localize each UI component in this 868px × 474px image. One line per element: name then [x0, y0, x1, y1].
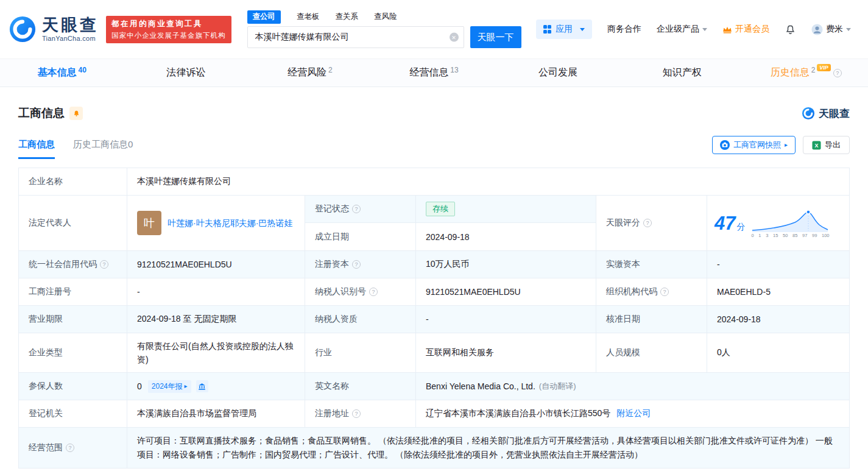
chevron-down-icon — [846, 28, 851, 31]
tianyan-score[interactable]: 47分 01 315 5085 9799 100 — [707, 196, 849, 250]
subtab-business-info[interactable]: 工商信息 — [18, 139, 55, 159]
reg-authority-value: 本溪满族自治县市场监督管理局 — [127, 400, 305, 427]
reg-address-label: 注册地址 ? — [305, 400, 416, 427]
search-area: 查公司 查老板 查关系 查风险 ✕ 天眼一下 — [247, 10, 521, 48]
chevron-down-icon — [580, 28, 585, 31]
help-icon[interactable]: ? — [352, 205, 361, 213]
nav-enterprise-products[interactable]: 企业级产品 — [657, 24, 707, 35]
annual-report-badge[interactable]: 2024年报 ▸ — [148, 380, 191, 393]
help-icon[interactable]: ? — [643, 219, 652, 227]
table-row: 登记状态 ? 存续 — [305, 196, 596, 223]
user-avatar-icon — [811, 24, 823, 35]
tab-company-development[interactable]: 公司发展 — [496, 59, 620, 87]
tax-id-label: 纳税人识别号 ? — [305, 278, 416, 305]
top-header: 天眼查 TianYanCha.com 都在用的商业查询工具 国家中小企业发展子基… — [0, 0, 868, 58]
tab-intellectual-property[interactable]: 知识产权 — [620, 59, 744, 87]
search-tab-company[interactable]: 查公司 — [247, 10, 281, 24]
company-section-tabs: 基本信息 40 法律诉讼 经营风险 2 经营信息 13 公司发展 知识产权 历史… — [0, 58, 868, 87]
excel-icon: X — [812, 141, 821, 150]
credit-code-value: 91210521MAE0EHLD5U — [127, 251, 305, 278]
search-tab-boss[interactable]: 查老板 — [297, 12, 320, 22]
industry-label: 行业 — [305, 333, 416, 372]
table-row: 法定代表人 叶 叶莲娜·叶夫格尼耶夫娜·巴热诺娃 登记状态 ? 存续 — [19, 196, 849, 251]
business-term-value: 2024-09-18 至 无固定期限 — [127, 306, 305, 333]
approve-date-value: 2024-09-18 — [707, 306, 849, 333]
insured-count-label: 参保人数 — [19, 373, 127, 400]
notification-bell-icon[interactable] — [785, 24, 796, 35]
establish-date-label: 成立日期 — [305, 223, 416, 250]
score-unit: 分 — [736, 222, 745, 232]
legal-rep-label: 法定代表人 — [19, 196, 127, 250]
user-account-menu[interactable]: 费米 — [811, 24, 851, 35]
org-code-value: MAE0EHLD-5 — [707, 278, 849, 305]
paid-capital-label: 实缴资本 — [596, 251, 707, 278]
industry-value: 互联网和相关服务 — [416, 333, 596, 372]
tianyancha-swirl-icon — [9, 15, 37, 43]
subscribe-bell-icon[interactable] — [69, 107, 83, 120]
credit-code-label: 统一社会信用代码 ? — [19, 251, 127, 278]
tab-operation-risk[interactable]: 经营风险 2 — [248, 59, 372, 87]
company-type-label: 企业类型 — [19, 333, 127, 372]
subtab-history-business-info[interactable]: 历史工商信息0 — [73, 139, 133, 159]
legal-rep-avatar[interactable]: 叶 — [137, 211, 161, 235]
open-vip-button[interactable]: 开通会员 — [722, 24, 769, 35]
apps-grid-icon — [543, 25, 552, 34]
reg-status-label: 登记状态 ? — [305, 196, 416, 222]
reg-address-value: 辽宁省本溪市本溪满族自治县小市镇长江路550号 附近公司 — [416, 400, 849, 427]
search-tab-relation[interactable]: 查关系 — [336, 12, 359, 22]
table-row: 经营范围 ? 许可项目：互联网直播技术服务；食品销售；食品互联网销售。 （依法须… — [19, 428, 849, 468]
establish-date-value: 2024-09-18 — [416, 223, 596, 250]
approve-date-label: 核准日期 — [596, 306, 707, 333]
search-input[interactable] — [247, 26, 464, 48]
help-icon[interactable]: ? — [369, 288, 378, 296]
search-button[interactable]: 天眼一下 — [470, 26, 521, 48]
tab-history-info[interactable]: 历史信息 2 VIP ? — [744, 59, 868, 87]
auto-translate-note: (自动翻译) — [539, 381, 576, 392]
nearby-companies-link[interactable]: 附近公司 — [616, 408, 651, 419]
reg-no-value: - — [127, 278, 305, 305]
reg-status-value: 存续 — [416, 196, 596, 222]
apps-menu[interactable]: 应用 — [536, 19, 593, 39]
org-code-label: 组织机构代码 ? — [596, 278, 707, 305]
nav-biz-cooperation[interactable]: 商务合作 — [607, 24, 641, 35]
tab-count: 13 — [450, 66, 458, 74]
brand-name: 天眼查 — [42, 16, 99, 34]
tab-operation-info[interactable]: 经营信息 13 — [372, 59, 496, 87]
staff-size-value: 0人 — [707, 333, 849, 372]
help-icon[interactable]: ? — [352, 409, 361, 418]
help-icon[interactable]: ? — [100, 260, 108, 269]
help-icon[interactable]: ? — [660, 288, 669, 296]
tab-legal-litigation[interactable]: 法律诉讼 — [124, 59, 249, 87]
status-badge: 存续 — [426, 202, 455, 216]
export-button[interactable]: X 导出 — [803, 136, 850, 154]
table-row: 企业名称 本溪叶莲娜传媒有限公司 — [19, 168, 849, 196]
help-icon[interactable]: ? — [833, 69, 842, 77]
brand-domain: TianYanCha.com — [42, 35, 99, 43]
help-icon[interactable]: ? — [352, 260, 361, 269]
official-snapshot-button[interactable]: 工商官网快照 ▸ — [712, 136, 796, 154]
score-label: 天眼评分 ? — [596, 196, 707, 250]
vip-badge: VIP — [817, 64, 831, 71]
svg-text:X: X — [815, 142, 819, 148]
business-term-label: 营业期限 — [19, 306, 127, 333]
tianyancha-logo[interactable]: 天眼查 TianYanCha.com — [9, 15, 99, 43]
tianyancha-swirl-icon — [802, 107, 815, 120]
legal-rep-value: 叶 叶莲娜·叶夫格尼耶夫娜·巴热诺娃 — [127, 196, 305, 250]
paid-capital-value: - — [707, 251, 849, 278]
brand-slogan: 都在用的商业查询工具 国家中小企业发展子基金旗下机构 — [106, 16, 231, 43]
chevron-down-icon — [702, 28, 707, 31]
legal-rep-link[interactable]: 叶莲娜·叶夫格尼耶夫娜·巴热诺娃 — [168, 217, 292, 230]
tab-basic-info[interactable]: 基本信息 40 — [0, 59, 124, 87]
table-row: 参保人数 0 2024年报 ▸ — [19, 373, 849, 400]
taxpayer-quality-value: - — [416, 306, 596, 333]
main-content: 工商信息 天眼查 工商信息 历史工商信息0 — [0, 105, 868, 474]
clear-icon[interactable]: ✕ — [450, 33, 459, 42]
reg-authority-label: 登记机关 — [19, 400, 127, 427]
tab-count: 2 — [328, 66, 333, 74]
help-icon[interactable]: ? — [66, 444, 74, 452]
score-value: 47 — [715, 213, 735, 234]
tab-count: 40 — [79, 66, 86, 74]
search-tab-risk[interactable]: 查风险 — [374, 12, 397, 22]
annual-report-bank-icon[interactable] — [196, 380, 208, 392]
table-row: 工商注册号 - 纳税人识别号 ? 91210521MAE0EHLD5U 组织机构… — [19, 278, 849, 306]
